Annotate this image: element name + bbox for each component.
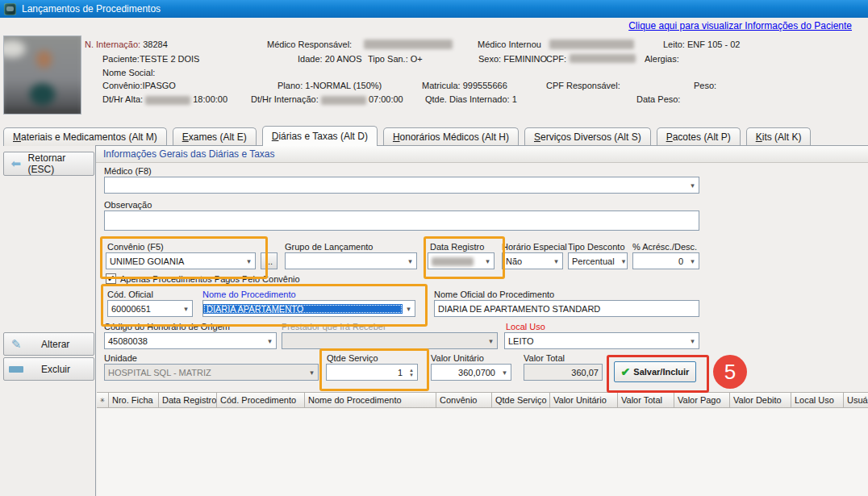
alterar-label: Alterar <box>41 339 69 350</box>
patient-info-link[interactable]: Clique aqui para visualizar Informações … <box>628 20 852 31</box>
tab-materiais-medicamentos[interactable]: Materiais e Medicamentos (Alt M) <box>3 127 167 146</box>
data-peso-label: Data Peso: <box>636 94 680 104</box>
grupo-lancamento-combobox[interactable]: ▾ <box>285 252 417 269</box>
dropdown-arrow-icon: ▾ <box>485 337 497 345</box>
pencil-icon: ✎ <box>4 337 28 352</box>
n-internacao-label: N. Internação: <box>85 40 140 49</box>
valor-total-field: 360,07 <box>524 364 603 381</box>
salvar-incluir-label: Salvar/Incluir <box>633 367 689 377</box>
grid-body-empty <box>97 408 868 496</box>
col-usuario[interactable]: Usuário <box>844 392 868 408</box>
salvar-incluir-button[interactable]: ✔ Salvar/Incluir <box>614 361 696 382</box>
local-uso-combobox[interactable]: LEITO ▾ <box>504 332 699 349</box>
col-valor-total[interactable]: Valor Total <box>618 392 674 408</box>
acresc-desc-combobox[interactable]: 0 ▾ <box>632 252 699 269</box>
qtde-servico-stepper[interactable]: 1 ▴▾ <box>326 364 418 381</box>
tab-servicos-diversos[interactable]: Serviços Diversos (Alt S) <box>524 127 651 146</box>
dthr-alta-label: Dt/Hr Alta: <box>102 94 143 104</box>
dropdown-arrow-icon[interactable]: ▾ <box>550 257 562 265</box>
tab-exames[interactable]: Exames (Alt E) <box>173 127 257 146</box>
medico-combobox[interactable]: ▾ <box>104 177 699 194</box>
col-qtde-servico[interactable]: Qtde Serviço <box>492 392 550 408</box>
data-registro-label: Data Registro <box>430 242 484 252</box>
excluir-button[interactable]: Excluir <box>3 357 94 381</box>
tipo-desconto-combobox[interactable]: Percentual ▾ <box>568 252 628 269</box>
medico-responsavel-redacted <box>364 40 453 49</box>
apenas-pagos-checkbox[interactable]: ✔ <box>106 273 116 284</box>
n-internacao-value: 38284 <box>143 40 168 49</box>
unidade-combobox: HOSPITAL SQL - MATRIZ ▾ <box>104 364 319 381</box>
convenio-combobox[interactable]: UNIMED GOIANIA ▾ <box>106 252 256 269</box>
dthr-internacao-time: 07:00:00 <box>369 94 403 104</box>
valor-unitario-combobox[interactable]: 360,0700 ▾ <box>431 364 511 381</box>
plano-value: 1-NORMAL (150%) <box>305 81 382 90</box>
col-nro-ficha[interactable]: Nro. Ficha <box>109 392 159 408</box>
nome-procedimento-combobox[interactable]: DIARIA APARTAMENTO ▾ <box>202 300 415 317</box>
step-badge: 5 <box>713 355 747 389</box>
col-convenio[interactable]: Convênio <box>436 392 492 408</box>
dropdown-arrow-icon[interactable]: ▾ <box>686 257 699 265</box>
retornar-button[interactable]: ⬅ Retornar (ESC) <box>3 152 94 176</box>
valor-unitario-label: Valor Unitário <box>431 353 484 363</box>
col-nome-procedimento[interactable]: Nome do Procedimento <box>305 392 436 408</box>
dropdown-arrow-icon[interactable]: ▾ <box>618 257 628 265</box>
col-valor-unitario[interactable]: Valor Unitário <box>550 392 618 408</box>
apenas-pagos-label: Apenas Procedimentos Pagos Pelo Convênio <box>120 274 300 284</box>
dthr-alta-redacted <box>145 96 190 105</box>
data-registro-redacted <box>432 257 474 266</box>
dropdown-arrow-icon[interactable]: ▾ <box>404 257 416 265</box>
spinner-down-icon[interactable]: ▾ <box>406 373 417 377</box>
app-icon <box>4 3 16 15</box>
observacao-input[interactable] <box>104 210 699 231</box>
dropdown-arrow-icon[interactable]: ▾ <box>264 337 276 345</box>
convenio-hdr-value: IPASGO <box>143 81 176 90</box>
alterar-button[interactable]: ✎ Alterar <box>3 332 94 356</box>
plano-label: Plano: <box>278 81 303 90</box>
tab-pacotes[interactable]: Pacotes (Alt P) <box>657 127 741 146</box>
leito-label: Leito: <box>663 40 685 49</box>
acresc-desc-label: % Acrésc./Desc. <box>632 242 697 252</box>
procedure-entry-window: Lançamentos de Procedimentos Clique aqui… <box>0 0 868 496</box>
col-valor-pago[interactable]: Valor Pago <box>674 392 730 408</box>
dropdown-arrow-icon[interactable]: ▾ <box>499 369 511 377</box>
row-indicator-icon: ✳ <box>97 392 109 408</box>
horario-especial-combobox[interactable]: Não ▾ <box>502 252 563 269</box>
dropdown-arrow-icon[interactable]: ▾ <box>180 305 192 313</box>
qtde-servico-label: Qtde Serviço <box>327 353 378 363</box>
dropdown-arrow-icon[interactable]: ▾ <box>403 305 415 313</box>
dthr-alta-time: 18:00:00 <box>193 94 227 104</box>
local-uso-label: Local Uso <box>506 322 545 331</box>
observacao-label: Observação <box>104 200 152 210</box>
tab-kits[interactable]: Kits (Alt K) <box>746 127 812 146</box>
tab-diarias-taxas[interactable]: Diárias e Taxas (Alt D) <box>262 126 378 146</box>
convenio-browse-button[interactable]: ... <box>261 252 278 269</box>
alergias-label: Alergias: <box>645 54 679 64</box>
dropdown-arrow-icon[interactable]: ▾ <box>686 181 699 190</box>
sexo-value: FEMININO <box>503 54 547 64</box>
tipo-desconto-label: Tipo Desconto <box>568 242 625 252</box>
col-valor-debito[interactable]: Valor Debito <box>730 392 791 408</box>
paciente-label: Paciente: <box>102 54 140 64</box>
medico-responsavel-label: Médico Responsável: <box>267 40 352 49</box>
cod-oficial-combobox[interactable]: 60000651 ▾ <box>107 300 193 317</box>
qtde-dias-label: Qtde. Dias Internado: <box>425 94 510 104</box>
cpf-responsavel-label: CPF Responsável: <box>546 81 620 90</box>
tipo-san-value: O+ <box>411 54 423 64</box>
dropdown-arrow-icon[interactable]: ▾ <box>243 257 255 265</box>
paciente-value: TESTE 2 DOIS <box>140 54 200 64</box>
cod-oficial-label: Cód. Oficial <box>107 290 153 299</box>
check-icon: ✔ <box>621 365 631 378</box>
tab-honorarios-medicos[interactable]: Honorários Médicos (Alt H) <box>383 127 519 146</box>
col-local-uso[interactable]: Local Uso <box>791 392 844 408</box>
nome-oficial-input[interactable]: DIARIA DE APARTAMENTO STANDARD <box>434 300 699 317</box>
cod-honorario-combobox[interactable]: 45080038 ▾ <box>104 332 277 349</box>
data-registro-combobox[interactable]: ▾ <box>428 252 495 269</box>
col-cod-procedimento[interactable]: Cód. Procedimento <box>217 392 305 408</box>
lancamentos-grid: ✳ Nro. Ficha Data Registro Cód. Procedim… <box>97 392 868 496</box>
patient-photo-blur <box>3 35 81 115</box>
col-data-registro[interactable]: Data Registro <box>159 392 217 408</box>
cpf-label: CPF: <box>546 54 566 64</box>
group-header: Informações Gerais das Diárias e Taxas <box>96 146 868 163</box>
dropdown-arrow-icon[interactable]: ▾ <box>482 257 494 265</box>
dropdown-arrow-icon[interactable]: ▾ <box>686 337 699 345</box>
